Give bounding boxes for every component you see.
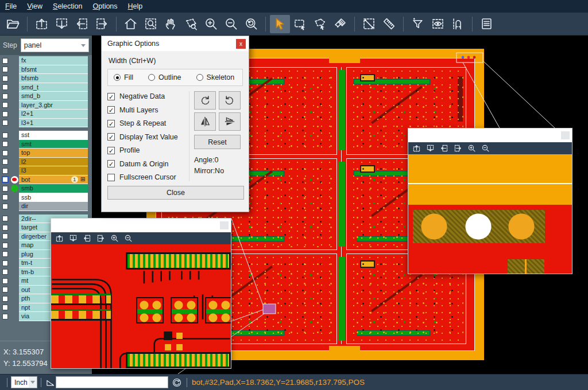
layer-checkbox[interactable] [2,186,8,192]
layer-row-top[interactable]: top [0,149,92,158]
step-select[interactable]: panel [21,38,89,52]
popup-zoom-view[interactable] [408,154,572,274]
layer-label[interactable]: layer_3.gbr [19,101,88,110]
pan-up-button[interactable] [55,234,64,243]
layer-row-layer_3.gbr[interactable]: layer_3.gbr [0,101,92,110]
popup-title-bar[interactable] [51,219,231,232]
layer-label[interactable]: l2+1 [19,110,88,119]
layer-label[interactable]: fx [19,56,88,65]
shift-up-button[interactable] [32,15,52,33]
radio-outline[interactable]: Outline [148,73,181,81]
layer-checkbox[interactable] [2,251,8,257]
option-fullscreen-cursor[interactable]: Fullscreen Cursor [107,173,189,181]
pan-down-button[interactable] [426,144,435,153]
option-step-repeat[interactable]: ✓Step & Repeat [107,119,189,127]
layer-row-sst[interactable]: sst [0,131,92,140]
layer-checkbox[interactable] [2,216,8,221]
layer-label[interactable]: bfsmt [19,65,88,75]
layer-row-l3[interactable]: l3 [0,166,92,176]
zoom-out-button[interactable] [221,15,241,33]
refresh-icon[interactable] [172,377,182,388]
layer-row-fx[interactable]: fx [0,56,92,65]
reset-button[interactable]: Reset [194,135,241,149]
layer-row-dir[interactable]: dir [0,202,92,211]
layer-label[interactable]: top [19,149,88,158]
layer-row-bot[interactable]: bot1⊞ [0,176,92,185]
rotate-cw-button[interactable] [194,91,216,110]
zoom-window-button[interactable] [141,15,161,33]
layer-label[interactable]: bot1⊞ [19,176,88,185]
shift-left-button[interactable] [72,15,92,33]
unit-select[interactable]: Inch [11,376,37,388]
layer-row-l2+1[interactable]: l2+1 [0,110,92,119]
layer-label[interactable]: bfsmb [19,74,88,83]
layer-checkbox[interactable] [2,67,8,72]
layer-checkbox[interactable] [2,132,8,138]
zoom-previous-button[interactable] [241,15,261,33]
layer-checkbox[interactable] [2,225,8,231]
layer-checkbox[interactable] [2,314,8,319]
zoom-out-button[interactable] [481,144,490,153]
layer-checkbox[interactable] [2,84,8,90]
layer-row-l3+1[interactable]: l3+1 [0,119,92,128]
open-file-button[interactable] [3,15,23,33]
layer-row-bfsmb[interactable]: bfsmb [0,74,92,83]
mirror-horizontal-button[interactable] [194,112,216,131]
close-icon[interactable]: x [236,39,246,49]
select-polygon-button[interactable] [310,15,330,33]
zoom-in-button[interactable] [201,15,221,33]
pan-hand-button[interactable] [161,15,181,33]
layer-checkbox[interactable] [2,243,8,248]
layer-checkbox[interactable] [2,141,8,147]
layer-label[interactable]: l3+1 [19,119,88,128]
layer-row-l2[interactable]: l2 [0,158,92,167]
layer-label[interactable]: ssb [19,193,88,202]
layer-checkbox[interactable] [2,58,8,64]
layer-checkbox[interactable] [2,204,8,209]
option-multi-layers[interactable]: ✓Multi Layers [107,106,189,114]
home-view-button[interactable] [121,15,141,33]
layer-row-bfsmt[interactable]: bfsmt [0,65,92,75]
popup-menu-button[interactable] [220,221,229,229]
select-arrow-button[interactable] [270,15,290,33]
radio-skeleton[interactable]: Skeleton [196,73,235,81]
measure-ruler-button[interactable] [379,15,399,33]
corner-measure-icon[interactable] [45,377,56,388]
popup-title-bar[interactable] [408,128,572,142]
layer-checkbox[interactable] [2,111,8,117]
layer-row-smd_t[interactable]: smd_t [0,83,92,92]
layer-checkbox[interactable] [2,102,8,108]
shift-right-button[interactable] [92,15,112,33]
layer-label[interactable]: sst [19,131,88,140]
measure-distance-button[interactable] [359,15,379,33]
layer-label[interactable]: smb [19,184,88,193]
layer-label[interactable]: smd_b [19,92,88,101]
menu-view[interactable]: View [27,2,42,10]
layer-checkbox[interactable] [2,120,8,126]
menu-file[interactable]: File [5,2,17,10]
layer-checkbox[interactable] [2,168,8,174]
zoom-polygon-button[interactable] [181,15,201,33]
select-rect-button[interactable] [290,15,310,33]
pan-down-button[interactable] [69,234,78,243]
layer-label[interactable]: dir [19,202,88,211]
pan-left-button[interactable] [440,144,448,153]
grid-icon[interactable]: ⊞ [80,176,86,182]
pan-up-button[interactable] [412,144,421,153]
layer-label[interactable]: smd_t [19,83,88,92]
layer-label[interactable]: l2 [19,158,88,167]
zoom-out-button[interactable] [124,234,133,243]
layer-table-button[interactable] [477,15,497,33]
layer-checkbox[interactable] [2,76,8,81]
pan-right-button[interactable] [96,234,105,243]
layer-row-smb[interactable]: smb [0,184,92,193]
filter-button[interactable] [408,15,428,33]
dialog-close-button[interactable]: Close [107,186,244,200]
layer-checkbox[interactable] [2,233,8,239]
zoom-in-button[interactable] [110,234,119,243]
layer-checkbox[interactable] [2,278,8,284]
option-datum-origin[interactable]: ✓Datum & Origin [107,160,189,168]
display-options-button[interactable] [428,15,448,33]
layer-checkbox[interactable] [2,296,8,302]
layer-row-smd_b[interactable]: smd_b [0,92,92,101]
